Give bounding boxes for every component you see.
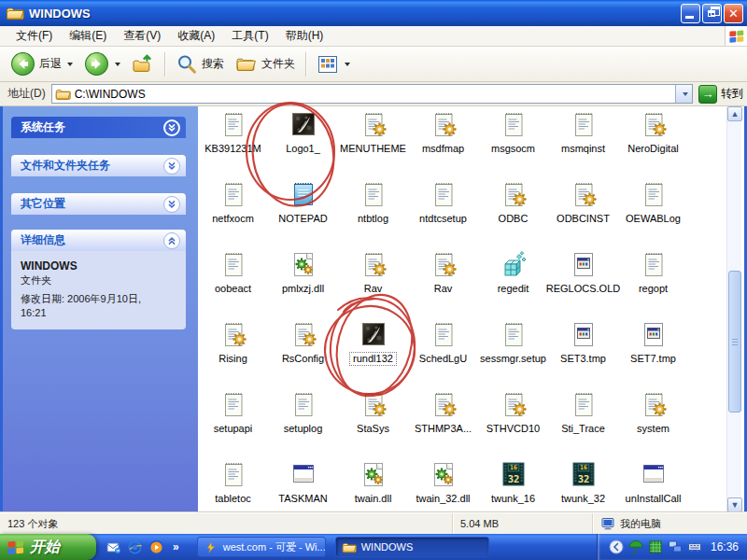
quick-launch-overflow[interactable]: »	[170, 540, 182, 553]
close-button[interactable]: ✕	[724, 4, 743, 23]
chevron-down-icon[interactable]	[163, 119, 180, 136]
system-tasks-header[interactable]: 系统任务	[11, 117, 186, 138]
file-item[interactable]: pmlxzj.dll	[268, 248, 338, 318]
hide-icons-chevron[interactable]	[609, 539, 624, 554]
minimize-button[interactable]	[681, 4, 700, 23]
file-item[interactable]: NOTEPAD	[268, 178, 338, 248]
go-button[interactable]: → 转到	[698, 85, 743, 104]
file-item[interactable]: Rising	[198, 318, 268, 388]
scroll-down-button[interactable]: ▼	[727, 497, 742, 512]
menu-item-favorites[interactable]: 收藏(A)	[169, 26, 223, 46]
file-item[interactable]: STHMP3A...	[408, 388, 478, 458]
file-item[interactable]: system	[618, 388, 688, 458]
file-item[interactable]: SchedLgU	[408, 318, 478, 388]
file-item[interactable]: MENUTHEME	[338, 108, 408, 178]
menu-item-edit[interactable]: 编辑(E)	[61, 26, 115, 46]
text-doc-icon	[218, 178, 249, 210]
media-player-icon[interactable]	[148, 539, 164, 555]
chevron-up-icon[interactable]	[163, 232, 180, 249]
back-dropdown-icon[interactable]	[67, 63, 73, 66]
file-label: SET3.tmp	[557, 352, 610, 366]
menu-item-file[interactable]: 文件(F)	[7, 26, 61, 46]
toolbar-separator	[164, 52, 165, 77]
outlook-express-icon[interactable]	[106, 539, 121, 555]
file-item[interactable]: msdfmap	[408, 108, 478, 178]
file-item[interactable]: TASKMAN	[268, 458, 338, 512]
file-item[interactable]: KB391231M	[198, 108, 268, 178]
file-item[interactable]: msmqinst	[548, 108, 618, 178]
file-item[interactable]: setuplog	[268, 388, 338, 458]
file-item[interactable]: oobeact	[198, 248, 268, 318]
search-label: 搜索	[202, 56, 224, 72]
file-item[interactable]: 1632twunk_32	[548, 458, 618, 512]
scroll-up-button[interactable]: ▲	[727, 106, 742, 121]
address-dropdown-button[interactable]	[675, 85, 692, 103]
file-item[interactable]: Rav	[338, 248, 408, 318]
file-item[interactable]: ODBCINST	[548, 178, 618, 248]
file-item[interactable]: Logo1_	[268, 108, 338, 178]
menu-item-help[interactable]: 帮助(H)	[277, 26, 332, 46]
details-modified-time: 16:21	[21, 306, 176, 320]
file-item[interactable]: regopt	[618, 248, 688, 318]
taskbar-task-windows[interactable]: WINDOWS	[335, 537, 489, 557]
chevron-down-icon[interactable]	[163, 196, 180, 213]
menu-item-tools[interactable]: 工具(T)	[223, 26, 276, 46]
file-item[interactable]: SET3.tmp	[548, 318, 618, 388]
status-bar: 123 个对象 5.04 MB 我的电脑	[0, 512, 747, 534]
green-grid-icon[interactable]	[648, 539, 663, 554]
file-item[interactable]: regedit	[478, 248, 548, 318]
file-item[interactable]: rundl132	[338, 318, 408, 388]
file-item[interactable]: 1632twunk_16	[478, 458, 548, 512]
menu-item-view[interactable]: 查看(V)	[115, 26, 169, 46]
back-button[interactable]: 后退	[6, 49, 78, 79]
file-item[interactable]: netfxocm	[198, 178, 268, 248]
file-item[interactable]: ntdtcsetup	[408, 178, 478, 248]
folders-label: 文件夹	[261, 56, 295, 72]
file-item[interactable]: twain.dll	[338, 458, 408, 512]
file-item[interactable]: NeroDigital	[618, 108, 688, 178]
network-icon[interactable]	[668, 539, 683, 554]
file-label: setupapi	[210, 422, 257, 436]
file-item[interactable]: Sti_Trace	[548, 388, 618, 458]
file-item[interactable]: Rav	[408, 248, 478, 318]
file-item[interactable]: ODBC	[478, 178, 548, 248]
file-item[interactable]: STHVCD10	[478, 388, 548, 458]
file-item[interactable]: ntbtlog	[338, 178, 408, 248]
forward-dropdown-icon[interactable]	[115, 63, 120, 66]
file-item[interactable]: msgsocm	[478, 108, 548, 178]
file-label: ODBCINST	[553, 212, 613, 226]
input-method-icon[interactable]	[687, 539, 702, 554]
restore-button[interactable]	[702, 4, 722, 23]
file-item[interactable]: SET7.tmp	[618, 318, 688, 388]
taskbar-task-west[interactable]: west.com - 可爱 - Wi...	[197, 537, 326, 557]
file-item[interactable]: REGLOCS.OLD	[548, 248, 618, 318]
file-item[interactable]: RsConfig	[268, 318, 338, 388]
file-item[interactable]: sessmgr.setup	[478, 318, 548, 388]
page-app-icon	[568, 248, 599, 280]
start-button[interactable]: 开始	[0, 534, 96, 560]
file-item[interactable]: tabletoc	[198, 458, 268, 512]
search-button[interactable]: 搜索	[171, 49, 229, 79]
details-header[interactable]: 详细信息	[11, 230, 186, 251]
views-button[interactable]	[312, 49, 355, 79]
file-item[interactable]: setupapi	[198, 388, 268, 458]
address-input[interactable]: C:\WINDOWS	[51, 84, 693, 104]
antivirus-umbrella-icon[interactable]	[628, 539, 643, 554]
panel-other-places: 其它位置	[11, 193, 186, 215]
scrollbar-thumb[interactable]	[728, 271, 741, 413]
gear-doc-icon	[218, 318, 249, 350]
file-item[interactable]: OEWABLog	[618, 178, 688, 248]
vertical-scrollbar[interactable]: ▲ ▼	[726, 106, 741, 512]
file-item[interactable]: StaSys	[338, 388, 408, 458]
up-button[interactable]	[127, 49, 159, 79]
file-item[interactable]: twain_32.dll	[408, 458, 478, 512]
other-places-header[interactable]: 其它位置	[11, 193, 186, 215]
chevron-down-icon[interactable]	[163, 158, 180, 175]
file-tasks-header[interactable]: 文件和文件夹任务	[11, 155, 186, 176]
internet-explorer-icon[interactable]	[127, 539, 143, 555]
dll-icon	[428, 458, 459, 490]
folders-button[interactable]: 文件夹	[231, 49, 300, 79]
forward-button[interactable]	[79, 49, 125, 79]
views-dropdown-icon[interactable]	[345, 63, 350, 66]
file-item[interactable]: unInstallCall	[618, 458, 688, 512]
